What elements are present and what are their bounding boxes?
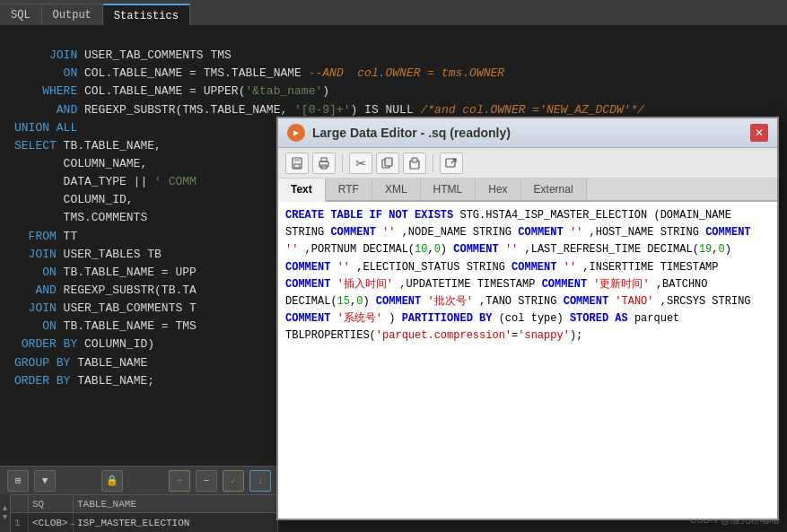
tab-external[interactable]: External [521,179,587,200]
dialog-app-icon: ▶ [287,124,305,142]
col-table-header: TABLE_NAME [74,495,278,512]
col-sq-header: SQ [29,495,74,512]
dialog-title: Large Data Editor - .sq (readonly) [312,126,743,140]
dialog-close-button[interactable]: ✕ [750,124,768,142]
tab-hex[interactable]: Hex [476,179,520,200]
tab-text[interactable]: Text [278,179,326,202]
tab-xml[interactable]: XML [372,179,421,200]
tab-bar: SQL Output Statistics [0,0,787,25]
svg-rect-4 [321,158,327,161]
tab-sql[interactable]: SQL [0,4,42,25]
dialog-content[interactable]: CREATE TABLE IF NOT EXISTS STG.HSTA4_ISP… [278,202,777,519]
svg-rect-9 [412,158,417,162]
svg-rect-10 [446,159,455,167]
toolbar-sep1 [342,154,343,172]
dialog-titlebar: ▶ Large Data Editor - .sq (readonly) ✕ [278,118,777,148]
dialog-cut-btn[interactable]: ✂ [349,153,372,174]
large-data-editor-dialog: ▶ Large Data Editor - .sq (readonly) ✕ ✂… [276,117,779,520]
svg-rect-1 [294,158,300,161]
tab-statistics[interactable]: Statistics [103,4,190,25]
nav-arrows: ▲ ▼ [0,494,11,532]
check-btn[interactable]: ✓ [223,470,244,492]
dialog-paste-btn[interactable] [403,153,426,174]
col-num-header [11,495,29,512]
results-panel: ▲ ▼ SQ TABLE_NAME 1 <CLOB> … ISP_MASTER_… [0,494,278,532]
svg-rect-7 [385,158,392,166]
sq-cell: <CLOB> … [29,513,74,532]
add-btn[interactable]: + [169,470,190,492]
table-name-cell: ISP_MASTER_ELECTION [74,513,278,532]
tab-output[interactable]: Output [42,4,103,25]
sql-bottom-toolbar: ⊞ ▼ 🔒 + − ✓ ↓ [0,466,278,494]
nav-down-icon: ▼ [3,513,7,522]
grid-btn[interactable]: ⊞ [7,470,29,492]
tab-html[interactable]: HTML [421,179,477,200]
nav-up-icon: ▲ [3,504,7,513]
lock-btn[interactable]: 🔒 [101,470,123,492]
row-num: 1 [11,513,29,532]
svg-rect-2 [294,164,300,168]
remove-btn[interactable]: − [196,470,217,492]
toolbar-sep2 [433,154,433,172]
tab-rtf[interactable]: RTF [326,179,372,200]
dialog-copy-btn[interactable] [376,153,399,174]
arrow-btn[interactable]: ↓ [249,470,271,492]
results-header: SQ TABLE_NAME [11,494,278,512]
table-row[interactable]: 1 <CLOB> … ISP_MASTER_ELECTION [11,512,278,532]
dialog-tabs: Text RTF XML HTML Hex External [278,179,777,202]
dialog-print-btn[interactable] [312,153,336,174]
dialog-save-btn[interactable] [285,153,309,174]
dialog-external-btn[interactable] [440,153,463,174]
down-btn[interactable]: ▼ [34,470,56,492]
dialog-toolbar: ✂ [278,148,777,179]
